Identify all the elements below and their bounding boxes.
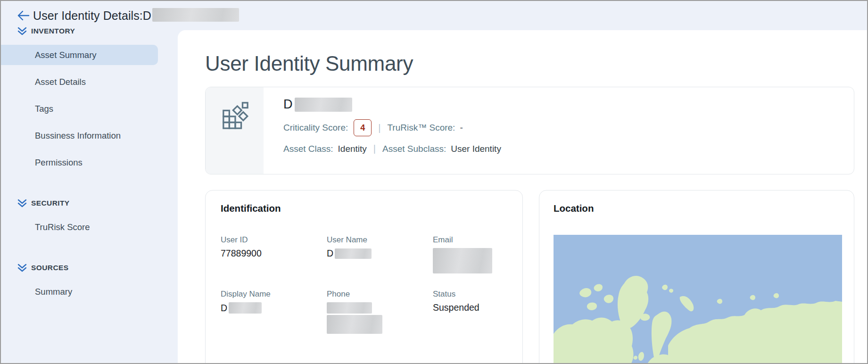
asset-icon-panel [206,87,264,174]
redacted-value [152,8,239,22]
sidebar-item-permissions[interactable]: Permissions [1,149,178,176]
sidebar-item-trurisk-score[interactable]: TruRisk Score [1,214,178,240]
asset-info: D Criticality Score: 4 | TruRisk™ Score:… [264,87,501,174]
field-label: User Name [327,235,433,245]
asset-summary-card: D Criticality Score: 4 | TruRisk™ Score:… [205,87,854,174]
asset-subclass-value: User Identity [451,144,501,154]
trurisk-value: - [460,123,463,133]
sidebar-section-security[interactable]: SECURITY [1,193,178,214]
sidebar-item-tags[interactable]: Tags [1,95,178,122]
main-content: User Identity Summary [178,30,867,363]
sidebar-item-asset-details[interactable]: Asset Details [1,68,178,95]
field-value: 77889900 [221,248,327,259]
sidebar-section-sources[interactable]: SOURCES [1,257,178,278]
sidebar-item-asset-summary[interactable]: Asset Summary [1,45,158,65]
identification-card: Identification User ID 77889900 User Nam… [205,190,523,363]
field-value-prefix: D [327,248,333,259]
field-value: D [221,302,327,314]
asset-class-value: Identity [338,144,367,154]
redacted-value [229,302,262,314]
chevron-double-down-icon [17,264,27,272]
cards-row: Identification User ID 77889900 User Nam… [205,190,854,363]
criticality-label: Criticality Score: [283,123,348,133]
field-status: Status Suspended [433,290,522,334]
asset-scores-row: Criticality Score: 4 | TruRisk™ Score: - [283,119,501,136]
field-value: D [327,248,433,259]
field-label: Status [433,290,522,299]
sidebar-item-business-information[interactable]: Bussiness Information [1,122,178,149]
field-label: Display Name [221,290,327,299]
redacted-value [433,248,492,273]
sidebar: INVENTORY Asset Summary Asset Details Ta… [1,1,178,363]
identification-title: Identification [221,203,522,214]
separator: | [373,143,376,154]
field-label: User ID [221,235,327,245]
redacted-value [335,248,372,259]
app-window: INVENTORY Asset Summary Asset Details Ta… [0,0,868,364]
redacted-value [295,98,352,112]
identification-fields: User ID 77889900 User Name D Email [221,235,522,334]
back-arrow-icon[interactable] [16,9,30,22]
field-email: Email [433,235,522,273]
field-user-name: User Name D [327,235,433,273]
field-user-id: User ID 77889900 [221,235,327,273]
sidebar-item-summary[interactable]: Summary [1,278,178,305]
sidebar-section-label: SOURCES [31,264,68,272]
field-label: Email [433,235,522,245]
asset-name-prefix: D [283,97,293,112]
redacted-value [327,315,382,334]
asset-class-label: Asset Class: [283,144,333,154]
field-value: Suspended [433,302,522,313]
page-title: User Identity Summary [205,52,867,75]
criticality-score-badge: 4 [354,119,372,136]
identity-asset-icon [221,100,249,131]
field-display-name: Display Name D [221,290,327,334]
asset-name: D [283,97,501,112]
trurisk-label: TruRisk™ Score: [387,123,455,133]
location-title: Location [554,203,854,214]
world-map [554,235,842,363]
chevron-double-down-icon [17,199,27,207]
header-title: User Identity Details:D [33,9,151,23]
field-phone: Phone [327,290,433,334]
field-value-prefix: D [221,303,227,314]
field-value [433,248,522,273]
location-card: Location [539,190,854,363]
redacted-value [327,302,372,314]
asset-class-row: Asset Class: Identity | Asset Subclass: … [283,143,501,154]
separator: | [378,123,380,133]
sidebar-section-label: SECURITY [31,199,70,207]
asset-subclass-label: Asset Subclass: [382,144,446,154]
page-header: User Identity Details:D [1,1,425,30]
field-label: Phone [327,290,433,299]
field-value [327,302,433,334]
